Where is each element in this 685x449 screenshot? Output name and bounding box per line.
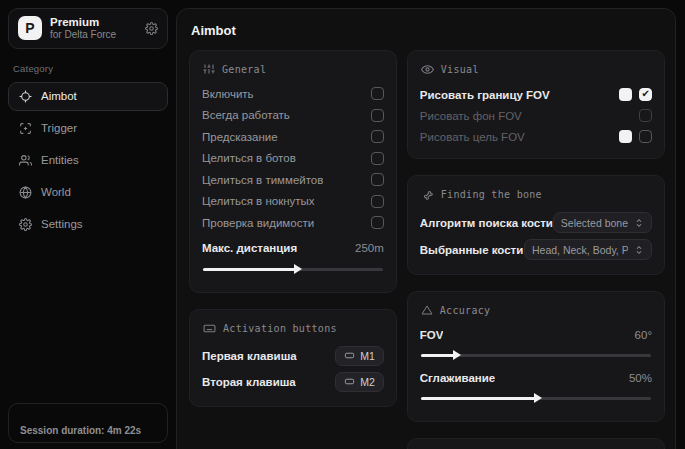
sidebar: P Premium for Delta Force Category Aimbo… [0,0,176,449]
toggle-row: Целиться в тиммейтов [202,169,384,191]
checkbox-target-knocked[interactable] [371,195,384,208]
toggle-row: Проверка видимости [202,212,384,234]
slider-row: Макс. дистанция 250m [202,238,384,259]
dropdown-row: Алгоритм поиска кости Selected bone [420,209,652,236]
sidebar-item-label: Trigger [41,122,77,134]
sidebar-item-trigger[interactable]: Trigger [8,114,168,143]
checkbox-visibility-check[interactable] [371,216,384,229]
color-swatch[interactable] [619,130,632,143]
visual-card: Visual Рисовать границу FOV Рисовать фон… [407,50,665,159]
checkbox-target-teammates[interactable] [371,173,384,186]
general-card: General Включить Всегда работать Предска… [189,50,397,293]
bone-card: Finding the bone Алгоритм поиска кости S… [407,175,665,275]
chevron-up-down-icon [634,218,644,228]
trigger-icon [19,122,32,135]
sliders-icon [203,63,215,75]
entities-icon [19,154,32,167]
visual-row: Рисовать цель FOV [420,126,652,147]
sidebar-item-label: Entities [41,154,79,166]
slider-thumb[interactable] [294,264,302,274]
slider-value: 250m [355,242,384,254]
fov-slider[interactable] [421,354,651,357]
sidebar-item-label: Aimbot [41,90,77,102]
bone-icon [421,188,434,201]
visual-row: Рисовать фон FOV [420,105,652,126]
toggle-row: Целиться в ботов [202,148,384,170]
main-panel: Aimbot General Включить Всегда работать … [176,8,676,449]
session-card: Session duration: 4m 22s [8,403,168,443]
toggle-row: Включить [202,83,384,105]
category-label: Category [13,63,168,74]
chevron-up-down-icon [634,245,644,255]
selected-bones-select[interactable]: Head, Neck, Body, Pe.. [524,239,652,260]
mouse-button-icon [344,350,355,361]
switch-delay-card: Switch Delay Задержка переключения Задер… [407,438,665,449]
brand-title: Premium [50,16,137,29]
toggle-row: Целиться в нокнутых [202,191,384,213]
gear-icon[interactable] [145,22,158,35]
mouse-button-icon [344,376,355,387]
smoothing-slider[interactable] [421,397,651,400]
slider-thumb[interactable] [534,393,542,403]
checkbox-fov-border[interactable] [639,88,652,101]
crosshair-icon [19,90,32,103]
eye-icon [421,63,434,76]
triangle-icon [421,304,433,316]
checkbox-target-bots[interactable] [371,152,384,165]
keybind-button-1[interactable]: M1 [335,346,384,366]
slider-row: FOV 60° [420,324,652,345]
sidebar-item-label: World [41,186,71,198]
activation-card: Activation buttons Первая клавиша M1 Вто… [189,309,397,407]
settings-gear-icon [19,218,32,231]
sidebar-item-settings[interactable]: Settings [8,210,168,239]
brand-card: P Premium for Delta Force [8,8,168,49]
section-title: Activation buttons [223,323,337,334]
checkbox-always-work[interactable] [371,109,384,122]
app-logo: P [18,16,42,40]
checkbox-enable[interactable] [371,87,384,100]
checkbox-fov-target[interactable] [639,130,652,143]
slider-row: Сглаживание 50% [420,367,652,388]
slider-value: 50% [629,372,652,384]
section-title: Accuracy [440,305,491,316]
keybind-row: Первая клавиша M1 [202,343,384,369]
session-duration: Session duration: 4m 22s [20,425,141,436]
sidebar-item-entities[interactable]: Entities [8,146,168,175]
globe-icon [19,186,32,199]
max-distance-slider[interactable] [203,268,383,271]
section-title: General [222,64,266,75]
checkbox-fov-background[interactable] [639,109,652,122]
brand-subtitle: for Delta Force [50,29,137,41]
section-title: Visual [441,64,479,75]
page-title: Aimbot [191,23,665,38]
dropdown-row: Выбранные кости Head, Neck, Body, Pe.. [420,236,652,263]
sidebar-item-world[interactable]: World [8,178,168,207]
checkbox-prediction[interactable] [371,130,384,143]
bone-algorithm-select[interactable]: Selected bone [553,212,652,233]
sidebar-item-label: Settings [41,218,83,230]
visual-row: Рисовать границу FOV [420,84,652,105]
section-title: Finding the bone [441,189,542,200]
toggle-row: Предсказание [202,126,384,148]
accuracy-card: Accuracy FOV 60° Сглаживание 50% [407,291,665,422]
slider-value: 60° [635,329,652,341]
keyboard-icon [203,322,216,335]
toggle-row: Всегда работать [202,105,384,127]
color-swatch[interactable] [619,88,632,101]
slider-thumb[interactable] [453,350,461,360]
keybind-button-2[interactable]: M2 [335,372,384,392]
sidebar-item-aimbot[interactable]: Aimbot [8,82,168,111]
keybind-row: Вторая клавиша M2 [202,369,384,395]
